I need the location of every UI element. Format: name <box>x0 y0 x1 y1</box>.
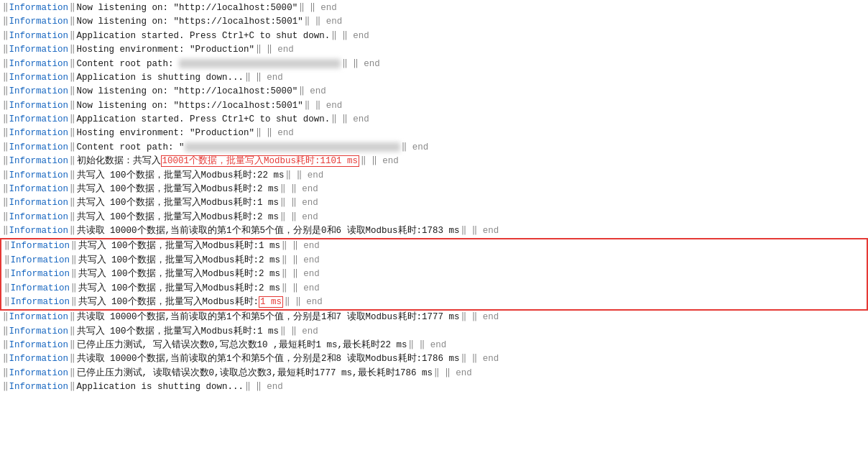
log-message: Now listening on: "http://localhost:5000… <box>77 1 298 15</box>
log-message: 共读取 10000个数据,当前读取的第1个和第5个值，分别是2和8 读取Modb… <box>77 352 460 366</box>
log-line: ‖ Information ‖ 共写入 100个数据，批量写入Modbus耗时:… <box>0 169 868 183</box>
log-level: Information <box>9 15 69 29</box>
log-message: 共写入 100个数据，批量写入Modbus耗时:22 ms <box>77 169 285 183</box>
log-line: ‖ Information ‖ Hosting environment: "Pr… <box>0 43 868 57</box>
log-message: Application started. Press Ctrl+C to shu… <box>77 113 331 127</box>
end-pipes: ‖ ‖ end <box>305 99 343 113</box>
log-level: Information <box>11 239 70 253</box>
log-line: ‖ Information ‖ Hosting environment: "Pr… <box>0 127 868 140</box>
log-level: Information <box>9 339 69 352</box>
log-level: Information <box>11 267 70 281</box>
log-line: ‖ Information ‖ 共写入 100个数据，批量写入Modbus耗时:… <box>0 325 868 339</box>
pipe: ‖ <box>3 141 9 155</box>
end-pipes: ‖ end <box>299 85 326 99</box>
log-message: Application started. Press Ctrl+C to shu… <box>77 29 331 43</box>
log-level: Information <box>9 169 69 183</box>
log-container: ‖ Information ‖ Now listening on: "http:… <box>0 0 868 396</box>
log-level: Information <box>11 282 70 296</box>
log-message: 共写入 100个数据，批量写入Modbus耗时:1 ms <box>77 325 280 339</box>
log-message: Now listening on: "https://localhost:500… <box>77 99 303 113</box>
log-line: ‖ Information ‖ 共写入 100个数据，批量写入Modbus耗时:… <box>1 267 867 281</box>
log-level: Information <box>9 127 69 140</box>
log-line: ‖ Information ‖ Now listening on: "https… <box>0 99 868 113</box>
blurred-path <box>179 59 341 68</box>
pipe-sep: ‖ <box>70 141 75 155</box>
pipe: ‖ <box>3 1 9 15</box>
log-line: ‖ Information ‖ 共写入 100个数据，批量写入Modbus耗时:… <box>1 254 867 267</box>
log-level: Information <box>9 113 69 127</box>
log-level: Information <box>9 196 69 210</box>
log-level: Information <box>9 141 69 155</box>
pipe-sep: ‖ <box>71 254 77 267</box>
log-message: 共写入 100个数据，批量写入Modbus耗时:1 ms <box>77 196 280 210</box>
end-pipes: ‖ ‖ end <box>256 127 294 140</box>
highlight-count: 10001个数据，批量写入Modbus耗时:1101 ms <box>161 155 360 167</box>
log-level: Information <box>9 43 69 57</box>
pipe: ‖ <box>3 352 9 366</box>
pipe-sep: ‖ <box>70 15 75 29</box>
log-level: Information <box>9 224 69 238</box>
log-message: 共写入 100个数据，批量写入Modbus耗时:2 ms <box>78 254 281 267</box>
log-level: Information <box>9 311 69 324</box>
pipe-sep: ‖ <box>70 99 75 113</box>
pipe-sep: ‖ <box>70 127 75 140</box>
log-line: ‖ Information ‖ Content root path: " ‖ e… <box>0 141 868 155</box>
pipe-sep: ‖ <box>70 352 75 366</box>
pipe-sep: ‖ <box>70 85 75 99</box>
pipe: ‖ <box>3 339 9 352</box>
end-pipes: ‖ ‖ end <box>434 367 472 380</box>
log-line: ‖ Information ‖ 共读取 10000个数据,当前读取的第1个和第5… <box>0 311 868 324</box>
log-message: Now listening on: "https://localhost:500… <box>77 15 303 29</box>
log-level: Information <box>9 71 69 85</box>
blurred-path <box>185 142 400 152</box>
log-line: ‖ Information ‖ Application started. Pre… <box>0 113 868 127</box>
pipe-sep: ‖ <box>70 211 75 224</box>
log-line: ‖ Information ‖ Now listening on: "http:… <box>0 85 868 99</box>
log-line: ‖ Information ‖ 共写入 100个数据，批量写入Modbus耗时:… <box>1 282 867 296</box>
pipe-sep: ‖ <box>70 155 75 168</box>
end-pipes: ‖ ‖ end <box>331 29 369 43</box>
pipe-sep: ‖ <box>71 267 77 281</box>
log-line: ‖ Information ‖ Content root path: ‖ ‖ e… <box>0 58 868 71</box>
log-message: 共读取 10000个数据,当前读取的第1个和第5个值，分别是0和6 读取Modb… <box>77 224 460 238</box>
log-level: Information <box>9 211 69 224</box>
log-message: 共写入 100个数据，批量写入Modbus耗时:1 ms <box>78 296 284 309</box>
highlight-timing: 1 ms <box>259 296 283 308</box>
pipe-sep: ‖ <box>70 183 75 196</box>
pipe: ‖ <box>3 99 9 113</box>
log-message: 已停止压力测试, 写入错误次数0,写总次数10 ,最短耗时1 ms,最长耗时22… <box>77 339 407 352</box>
pipe-sep: ‖ <box>70 58 75 71</box>
pipe: ‖ <box>4 282 10 296</box>
pipe: ‖ <box>3 224 9 238</box>
log-line: ‖ Information ‖ Application is shutting … <box>0 71 868 85</box>
pipe: ‖ <box>3 183 9 196</box>
log-level: Information <box>9 325 69 339</box>
log-line: ‖ Information ‖ 共写入 100个数据，批量写入Modbus耗时:… <box>0 196 868 210</box>
pipe: ‖ <box>3 58 9 71</box>
pipe-sep: ‖ <box>70 29 75 43</box>
log-line: ‖ Information ‖ 初始化数据：共写入10001个数据，批量写入Mo… <box>0 155 868 168</box>
log-level: Information <box>9 367 69 380</box>
pipe-sep: ‖ <box>70 339 75 352</box>
highlight-block: ‖ Information ‖ 共写入 100个数据，批量写入Modbus耗时:… <box>0 238 868 311</box>
pipe: ‖ <box>4 254 10 267</box>
log-line: ‖ Information ‖ 已停止压力测试, 写入错误次数0,写总次数10 … <box>0 339 868 352</box>
end-pipes: ‖ ‖ end <box>461 352 499 366</box>
pipe-sep: ‖ <box>70 169 75 183</box>
log-message: 共写入 100个数据，批量写入Modbus耗时:1 ms <box>78 239 281 253</box>
pipe-sep: ‖ <box>70 367 75 380</box>
pipe-sep: ‖ <box>70 1 75 15</box>
log-line: ‖ Information ‖ 共读取 10000个数据,当前读取的第1个和第5… <box>0 352 868 366</box>
end-pipes: ‖ ‖ end <box>282 254 320 267</box>
log-level: Information <box>11 296 70 309</box>
log-message: 共写入 100个数据，批量写入Modbus耗时:2 ms <box>78 267 281 281</box>
end-pipes: ‖ ‖ end <box>256 43 294 57</box>
pipe: ‖ <box>3 15 9 29</box>
log-message: 共写入 100个数据，批量写入Modbus耗时:2 ms <box>77 183 280 196</box>
pipe: ‖ <box>3 325 9 339</box>
pipe-sep: ‖ <box>71 239 77 253</box>
log-level: Information <box>11 254 70 267</box>
end-pipes: ‖ ‖ end <box>282 239 320 253</box>
log-line: ‖ Information ‖ Application started. Pre… <box>0 29 868 43</box>
end-pipes: ‖ end <box>402 141 429 155</box>
